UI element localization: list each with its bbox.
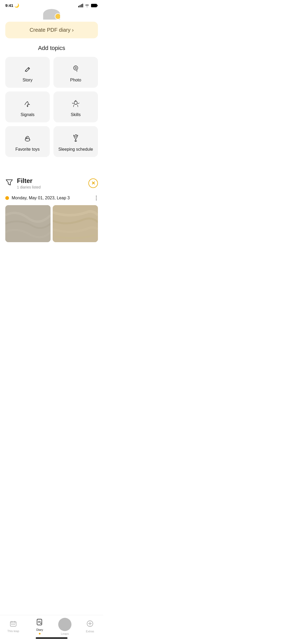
topic-label-story: Story bbox=[22, 78, 32, 82]
diary-date-row: Monday, May 01, 2023, Leap 3 bbox=[5, 195, 98, 201]
diary-menu-button[interactable] bbox=[95, 195, 98, 201]
filter-left: Filter 1 diaries listed bbox=[5, 177, 41, 189]
filter-section: Filter 1 diaries listed ✕ bbox=[0, 172, 103, 189]
topic-label-favorite-toys: Favorite toys bbox=[15, 147, 40, 152]
filter-text-block: Filter 1 diaries listed bbox=[17, 177, 41, 189]
svg-rect-1 bbox=[80, 5, 80, 7]
profile-avatar-top bbox=[0, 9, 103, 22]
topic-label-skills: Skills bbox=[71, 112, 80, 117]
photo-thumb-1[interactable] bbox=[5, 205, 51, 242]
filter-icon bbox=[5, 179, 13, 188]
topic-card-sleeping-schedule[interactable]: Sleeping schedule bbox=[53, 126, 98, 157]
date-dot bbox=[5, 196, 9, 200]
pdf-banner-text: Create PDF diary › bbox=[30, 27, 74, 33]
topic-label-sleeping-schedule: Sleeping schedule bbox=[58, 147, 93, 152]
add-topics-title: Add topics bbox=[0, 45, 103, 52]
wifi-icon bbox=[85, 4, 89, 7]
menu-dot-1 bbox=[96, 196, 97, 197]
photo-grid bbox=[5, 205, 98, 242]
svg-rect-4 bbox=[91, 4, 97, 7]
topic-card-story[interactable]: Story bbox=[5, 57, 50, 88]
topic-card-favorite-toys[interactable]: Favorite toys bbox=[5, 126, 50, 157]
topic-card-skills[interactable]: Skills bbox=[53, 91, 98, 122]
filter-close-icon: ✕ bbox=[91, 181, 95, 186]
battery-icon bbox=[91, 4, 98, 7]
svg-rect-0 bbox=[78, 6, 79, 7]
filter-subtitle: 1 diaries listed bbox=[17, 185, 41, 189]
story-icon bbox=[23, 64, 32, 75]
diary-entry: Monday, May 01, 2023, Leap 3 bbox=[0, 195, 103, 242]
signals-icon bbox=[23, 99, 32, 110]
status-bar: 9:41 🌙 bbox=[0, 0, 103, 9]
svg-point-10 bbox=[26, 137, 27, 139]
photo-thumb-2[interactable] bbox=[53, 205, 98, 242]
svg-point-8 bbox=[74, 101, 77, 104]
filter-close-button[interactable]: ✕ bbox=[88, 178, 98, 188]
topic-label-signals: Signals bbox=[21, 112, 34, 117]
menu-dot-2 bbox=[96, 197, 97, 199]
svg-rect-5 bbox=[97, 5, 98, 6]
signal-icon bbox=[78, 4, 83, 7]
filter-title: Filter bbox=[17, 177, 41, 185]
svg-point-6 bbox=[74, 66, 78, 70]
diary-date-text: Monday, May 01, 2023, Leap 3 bbox=[12, 196, 70, 200]
status-time: 9:41 🌙 bbox=[5, 3, 19, 8]
topic-label-photo: Photo bbox=[70, 78, 81, 82]
sleeping-schedule-icon bbox=[71, 134, 80, 144]
photo-icon bbox=[71, 64, 80, 75]
svg-point-7 bbox=[75, 67, 76, 69]
svg-rect-2 bbox=[81, 4, 82, 7]
svg-point-9 bbox=[25, 139, 30, 141]
avatar-partial bbox=[43, 9, 60, 20]
favorite-toys-icon bbox=[23, 134, 32, 144]
svg-rect-3 bbox=[82, 4, 83, 7]
status-icons bbox=[78, 4, 98, 7]
skills-icon bbox=[71, 99, 80, 110]
pdf-diary-banner[interactable]: Create PDF diary › bbox=[5, 22, 98, 38]
topics-grid: Story Photo Signals bbox=[0, 57, 103, 157]
topic-card-photo[interactable]: Photo bbox=[53, 57, 98, 88]
topic-card-signals[interactable]: Signals bbox=[5, 91, 50, 122]
diary-date-left: Monday, May 01, 2023, Leap 3 bbox=[5, 196, 70, 200]
menu-dot-3 bbox=[96, 199, 97, 200]
